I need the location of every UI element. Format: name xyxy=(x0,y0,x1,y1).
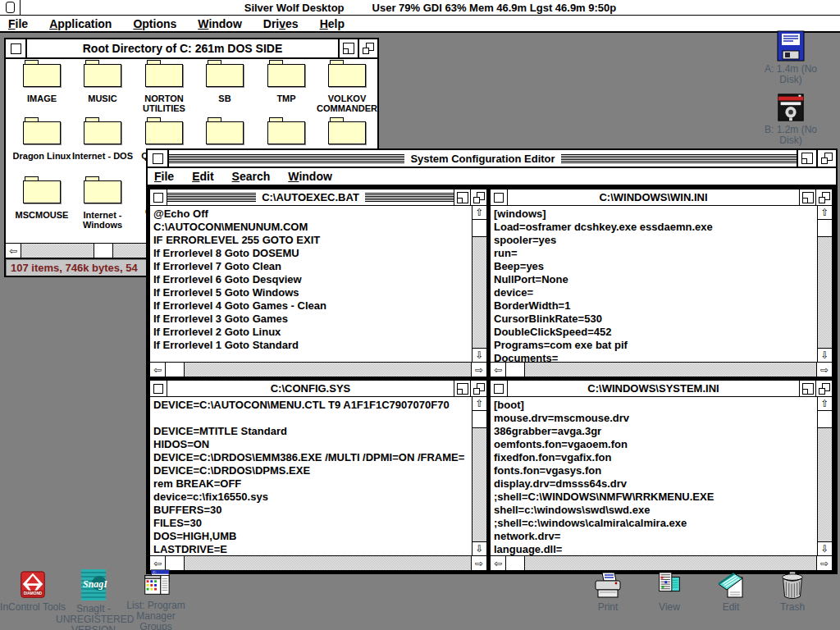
menu-drives[interactable]: Drives xyxy=(263,17,299,30)
minimize-button[interactable] xyxy=(799,189,815,205)
menu-file[interactable]: File xyxy=(154,170,174,183)
drive-b-icon[interactable]: B: 1.2m (No Disk) xyxy=(753,92,829,146)
scroll-right-button[interactable]: ⇨ xyxy=(471,363,486,377)
menu-application[interactable]: Application xyxy=(49,17,112,30)
scroll-up-button[interactable]: ⇧ xyxy=(818,397,832,411)
scroll-right-button[interactable]: ⇨ xyxy=(816,556,832,570)
scrollbar-thumb[interactable] xyxy=(472,411,486,428)
document-text-area[interactable]: @Echo OffC:\AUTOCON\MENUNUM.COMIF ERRORL… xyxy=(150,206,472,362)
trash-tool-icon[interactable]: Trash xyxy=(763,571,822,613)
close-button[interactable] xyxy=(150,189,167,205)
scroll-down-button[interactable]: ⇩ xyxy=(472,541,486,555)
close-button[interactable] xyxy=(148,150,169,167)
document-text-area[interactable]: [windows]Load=osframer dcshkey.exe essda… xyxy=(491,206,817,362)
scrollbar-thumb[interactable] xyxy=(818,411,832,428)
close-button[interactable] xyxy=(491,189,508,205)
horizontal-scrollbar[interactable]: ⇦⇨ xyxy=(491,555,832,570)
scroll-right-button[interactable]: ⇨ xyxy=(816,363,832,377)
file-manager-titlebar[interactable]: Root Directory of C: 261m DOS SIDE xyxy=(6,39,377,59)
horizontal-scrollbar[interactable]: ⇦⇨ xyxy=(491,362,832,377)
folder-item[interactable]: MUSIC xyxy=(71,64,134,103)
folder-item[interactable]: Internet - Windows xyxy=(71,180,134,230)
maximize-button[interactable] xyxy=(815,381,832,396)
scrollbar-track[interactable] xyxy=(818,237,832,348)
vertical-scrollbar[interactable]: ⇧⇩ xyxy=(817,397,832,555)
view-tool-icon[interactable]: View xyxy=(640,571,699,613)
menu-help[interactable]: Help xyxy=(320,17,345,30)
scrollbar-track[interactable] xyxy=(472,237,486,348)
maximize-button[interactable] xyxy=(470,189,486,205)
minimize-button[interactable] xyxy=(454,381,470,396)
scrollbar-track[interactable] xyxy=(185,556,471,570)
menu-search[interactable]: Search xyxy=(232,170,271,183)
document-titlebar[interactable]: C:\WINDOWS\SYSTEM.INI xyxy=(491,381,832,397)
system-menu-button[interactable] xyxy=(0,0,21,15)
scroll-left-button[interactable]: ⇦ xyxy=(150,556,166,570)
menu-window[interactable]: Window xyxy=(198,17,242,30)
vertical-scrollbar[interactable]: ⇧⇩ xyxy=(472,206,486,362)
sysconfig-titlebar[interactable]: System Configuration Editor xyxy=(148,150,836,168)
folder-item[interactable]: Dragon Linux xyxy=(11,121,73,161)
scrollbar-thumb[interactable] xyxy=(818,220,832,237)
document-text-area[interactable]: [boot]mouse.drv=mscmouse.drv386grabber=a… xyxy=(491,397,817,555)
menu-options[interactable]: Options xyxy=(133,17,176,30)
vertical-scrollbar[interactable]: ⇧⇩ xyxy=(472,397,486,555)
scroll-down-button[interactable]: ⇩ xyxy=(472,348,486,362)
folder-item[interactable]: Internet - DOS xyxy=(71,121,134,161)
scrollbar-track[interactable] xyxy=(21,244,94,258)
horizontal-scrollbar[interactable]: ⇦⇨ xyxy=(150,555,486,570)
maximize-button[interactable] xyxy=(470,381,486,396)
edit-tool-icon[interactable]: Edit xyxy=(701,571,760,613)
folder-item[interactable]: MSCMOUSE xyxy=(11,180,73,220)
list-program-groups-icon[interactable]: C: List: Program Manager Groups xyxy=(121,569,190,630)
scrollbar-track[interactable] xyxy=(525,363,816,377)
scroll-left-button[interactable]: ⇦ xyxy=(150,363,166,377)
menu-window[interactable]: Window xyxy=(288,170,332,183)
scroll-left-button[interactable]: ⇦ xyxy=(6,244,21,258)
scrollbar-thumb[interactable] xyxy=(472,220,486,237)
close-button[interactable] xyxy=(491,381,508,396)
scrollbar-thumb[interactable] xyxy=(506,556,525,570)
maximize-button[interactable] xyxy=(815,189,832,205)
scroll-left-button[interactable]: ⇦ xyxy=(491,363,506,377)
scroll-down-button[interactable]: ⇩ xyxy=(818,348,832,362)
minimize-button[interactable] xyxy=(338,39,358,57)
minimize-button[interactable] xyxy=(454,189,470,205)
minimize-button[interactable] xyxy=(797,150,816,167)
horizontal-scrollbar[interactable]: ⇦⇨ xyxy=(150,362,486,377)
folder-item[interactable]: NORTON UTILITIES xyxy=(133,64,195,113)
snagit-icon[interactable]: SnagIt SnagIt - UNREGISTERED VERSION xyxy=(56,569,131,630)
scrollbar-track[interactable] xyxy=(818,428,832,541)
close-button[interactable] xyxy=(150,381,167,396)
scroll-right-button[interactable]: ⇨ xyxy=(471,556,486,570)
drive-a-icon[interactable]: A: 1.4m (No Disk) xyxy=(753,30,829,85)
document-titlebar[interactable]: C:\CONFIG.SYS xyxy=(150,381,486,397)
scrollbar-track[interactable] xyxy=(525,556,816,570)
close-button[interactable] xyxy=(6,39,27,57)
scroll-down-button[interactable]: ⇩ xyxy=(818,541,832,555)
scroll-up-button[interactable]: ⇧ xyxy=(472,206,486,220)
folder-item[interactable]: IMAGE xyxy=(11,64,73,103)
document-text-area[interactable]: DEVICE=C:\AUTOCON\MENU.CTL T9 A1F1F1C790… xyxy=(150,397,472,555)
folder-item[interactable]: TMP xyxy=(255,64,317,103)
folder-item[interactable]: SB xyxy=(194,64,256,103)
menu-edit[interactable]: Edit xyxy=(192,170,213,183)
scroll-left-button[interactable]: ⇦ xyxy=(491,556,506,570)
document-titlebar[interactable]: C:\AUTOEXEC.BAT xyxy=(150,189,486,206)
scrollbar-thumb[interactable] xyxy=(506,363,525,377)
maximize-button[interactable] xyxy=(358,39,377,57)
scroll-up-button[interactable]: ⇧ xyxy=(818,206,832,220)
folder-item[interactable]: VOLKOV COMMANDER xyxy=(316,64,377,113)
minimize-button[interactable] xyxy=(799,381,815,396)
vertical-scrollbar[interactable]: ⇧⇩ xyxy=(817,206,832,362)
maximize-button[interactable] xyxy=(816,150,836,167)
scrollbar-track[interactable] xyxy=(472,428,486,541)
scrollbar-thumb[interactable] xyxy=(166,556,185,570)
scrollbar-thumb[interactable] xyxy=(94,244,113,258)
scrollbar-track[interactable] xyxy=(185,363,471,377)
document-titlebar[interactable]: C:\WINDOWS\WIN.INI xyxy=(491,189,832,206)
menu-file[interactable]: File xyxy=(8,17,28,30)
print-tool-icon[interactable]: Print xyxy=(578,571,637,613)
scroll-up-button[interactable]: ⇧ xyxy=(472,397,486,411)
scrollbar-thumb[interactable] xyxy=(166,363,185,377)
